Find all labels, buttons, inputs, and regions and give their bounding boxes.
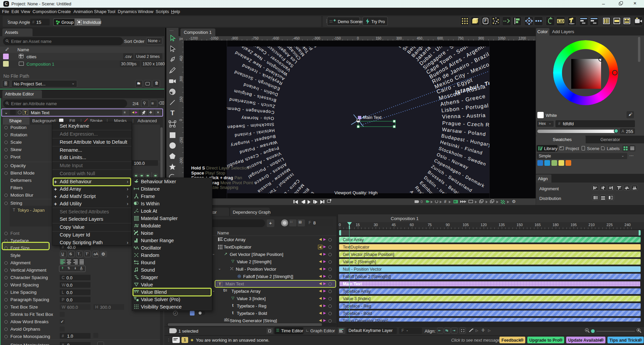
svg-text:Vienna - Austria: Vienna - Austria [442, 112, 486, 120]
svg-text:Cape Town - South Africa: Cape Town - South Africa [290, 195, 321, 198]
svg-text:Oslo - Norway: Oslo - Norway [241, 116, 274, 121]
svg-text:Berlin - Germany: Berlin - Germany [308, 41, 328, 44]
svg-text:Wellington - New Zealand: Wellington - New Zealand [404, 194, 440, 198]
svg-text:Amsterdam - Netherlands: Amsterdam - Netherlands [308, 41, 332, 42]
svg-text:Stockholm - Sweden: Stockholm - Sweden [227, 122, 274, 130]
svg-text:Main Text: Main Text [363, 115, 382, 120]
svg-text:London - UK: London - UK [306, 41, 323, 46]
